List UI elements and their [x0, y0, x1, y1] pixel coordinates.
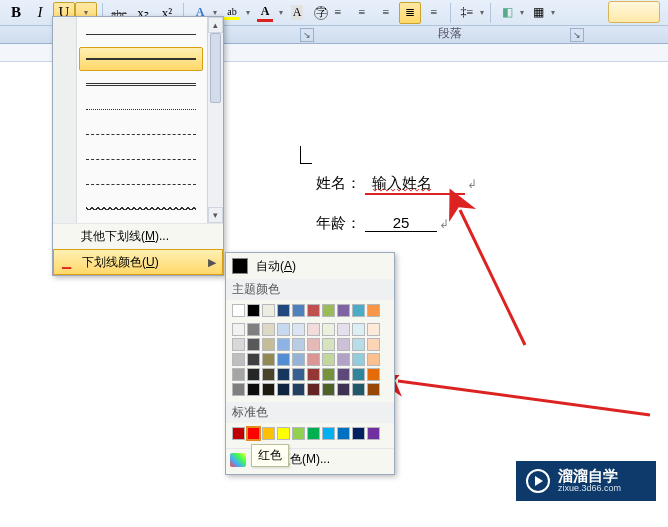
align-justify-button[interactable]: ≣: [399, 2, 421, 24]
color-swatch[interactable]: [322, 383, 335, 396]
color-swatch[interactable]: [322, 427, 335, 440]
menu-scrollbar[interactable]: ▴ ▾: [207, 17, 223, 223]
color-swatch[interactable]: [247, 427, 260, 440]
shading-button[interactable]: ◧: [496, 2, 518, 24]
font-color-arrow[interactable]: ▾: [277, 2, 285, 24]
scroll-track[interactable]: [208, 33, 223, 207]
color-swatch[interactable]: [352, 368, 365, 381]
borders-button[interactable]: ▦: [527, 2, 549, 24]
color-swatch[interactable]: [247, 383, 260, 396]
italic-button[interactable]: I: [29, 2, 51, 24]
color-swatch[interactable]: [277, 368, 290, 381]
color-swatch[interactable]: [232, 368, 245, 381]
color-swatch[interactable]: [337, 323, 350, 336]
color-swatch[interactable]: [232, 338, 245, 351]
color-swatch[interactable]: [352, 338, 365, 351]
distribute-button[interactable]: ≡: [423, 2, 445, 24]
underline-style-dashed[interactable]: [79, 122, 203, 146]
font-dialog-launcher[interactable]: ↘: [300, 28, 314, 42]
color-swatch[interactable]: [247, 353, 260, 366]
color-swatch[interactable]: [292, 353, 305, 366]
color-swatch[interactable]: [322, 304, 335, 317]
color-swatch[interactable]: [337, 383, 350, 396]
color-swatch[interactable]: [277, 304, 290, 317]
color-swatch[interactable]: [232, 383, 245, 396]
color-swatch[interactable]: [337, 338, 350, 351]
more-underlines-item[interactable]: 其他下划线(M)...: [53, 223, 223, 249]
color-swatch[interactable]: [277, 427, 290, 440]
color-swatch[interactable]: [352, 383, 365, 396]
color-swatch[interactable]: [232, 323, 245, 336]
highlight-arrow[interactable]: ▾: [244, 2, 252, 24]
color-swatch[interactable]: [367, 427, 380, 440]
paragraph-dialog-launcher[interactable]: ↘: [570, 28, 584, 42]
color-swatch[interactable]: [277, 338, 290, 351]
color-swatch[interactable]: [307, 353, 320, 366]
color-swatch[interactable]: [292, 304, 305, 317]
color-swatch[interactable]: [322, 353, 335, 366]
age-field[interactable]: 25: [365, 214, 437, 232]
color-swatch[interactable]: [337, 427, 350, 440]
color-swatch[interactable]: [352, 304, 365, 317]
borders-arrow[interactable]: ▾: [549, 2, 557, 24]
underline-style-wave[interactable]: [79, 197, 203, 221]
color-swatch[interactable]: [307, 368, 320, 381]
align-center-button[interactable]: ≡: [351, 2, 373, 24]
underline-style-dash-dot[interactable]: [79, 147, 203, 171]
color-swatch[interactable]: [307, 304, 320, 317]
underline-color-item[interactable]: ▁ 下划线颜色(U) ▶: [53, 249, 223, 275]
color-swatch[interactable]: [352, 323, 365, 336]
color-swatch[interactable]: [352, 353, 365, 366]
color-swatch[interactable]: [367, 353, 380, 366]
color-swatch[interactable]: [337, 353, 350, 366]
color-swatch[interactable]: [232, 427, 245, 440]
color-swatch[interactable]: [262, 383, 275, 396]
underline-style-thick[interactable]: [79, 47, 203, 71]
font-color-button[interactable]: A: [253, 2, 277, 24]
bold-button[interactable]: B: [5, 2, 27, 24]
color-swatch[interactable]: [367, 323, 380, 336]
color-swatch[interactable]: [292, 323, 305, 336]
color-swatch[interactable]: [247, 323, 260, 336]
color-swatch[interactable]: [277, 383, 290, 396]
align-left-button[interactable]: ≡: [327, 2, 349, 24]
color-swatch[interactable]: [247, 338, 260, 351]
color-swatch[interactable]: [262, 427, 275, 440]
color-swatch[interactable]: [322, 323, 335, 336]
color-swatch[interactable]: [277, 323, 290, 336]
color-swatch[interactable]: [337, 304, 350, 317]
underline-style-long-dash[interactable]: [79, 172, 203, 196]
name-field[interactable]: 输入姓名: [365, 174, 465, 195]
document-page[interactable]: 姓名： 输入姓名 ↲ 年龄： 25 ↲: [240, 62, 668, 142]
line-spacing-arrow[interactable]: ▾: [478, 2, 486, 24]
align-right-button[interactable]: ≡: [375, 2, 397, 24]
color-swatch[interactable]: [337, 368, 350, 381]
color-swatch[interactable]: [232, 304, 245, 317]
char-shading-button[interactable]: A: [286, 2, 308, 24]
color-swatch[interactable]: [262, 338, 275, 351]
color-swatch[interactable]: [307, 427, 320, 440]
color-swatch[interactable]: [367, 304, 380, 317]
color-swatch[interactable]: [262, 368, 275, 381]
color-swatch[interactable]: [262, 353, 275, 366]
color-swatch[interactable]: [232, 353, 245, 366]
color-swatch[interactable]: [292, 383, 305, 396]
color-swatch[interactable]: [277, 353, 290, 366]
color-swatch[interactable]: [307, 323, 320, 336]
color-swatch[interactable]: [307, 338, 320, 351]
color-swatch[interactable]: [262, 304, 275, 317]
underline-style-double[interactable]: [79, 72, 203, 96]
color-swatch[interactable]: [247, 304, 260, 317]
color-swatch[interactable]: [352, 427, 365, 440]
shading-arrow[interactable]: ▾: [518, 2, 526, 24]
automatic-color-item[interactable]: 自动(A): [226, 253, 394, 279]
line-spacing-button[interactable]: ‡≡: [456, 2, 478, 24]
quick-styles-button[interactable]: [608, 1, 660, 23]
color-swatch[interactable]: [262, 323, 275, 336]
color-swatch[interactable]: [322, 368, 335, 381]
color-swatch[interactable]: [367, 368, 380, 381]
scroll-up-arrow[interactable]: ▴: [208, 17, 223, 33]
color-swatch[interactable]: [292, 427, 305, 440]
color-swatch[interactable]: [367, 338, 380, 351]
scroll-thumb[interactable]: [210, 33, 221, 103]
